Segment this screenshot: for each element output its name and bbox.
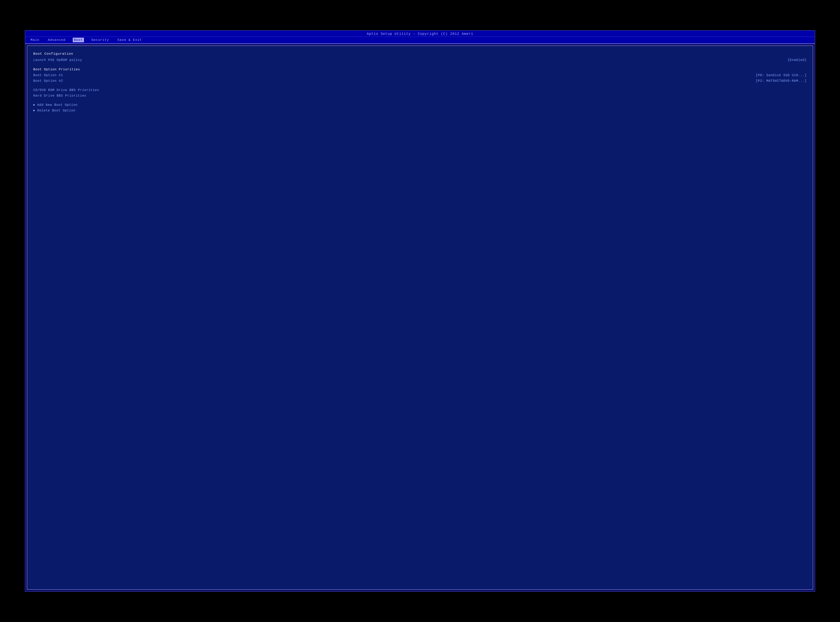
title-bar: Aptio Setup Utility – Copyright (C) 2012… [25,30,815,37]
menu-item-boot[interactable]: Boot [73,38,84,42]
spacer-2 [33,84,807,87]
menu-item-security[interactable]: Security [90,38,110,42]
boot-option-1-value[interactable]: [P0: SanDisk SSD U10...] [756,73,806,77]
boot-option-2-row: Boot Option #2 [P2: MATSHITADVD-RAM...] [33,78,807,84]
screen-wrapper: Aptio Setup Utility – Copyright (C) 2012… [8,12,832,610]
boot-config-header: Boot Configuration [33,52,807,56]
launch-pxe-label: Launch PXE OpROM policy [33,58,82,62]
delete-boot-label[interactable]: Delete Boot Option [37,109,76,113]
launch-pxe-value[interactable]: [Enabled] [788,58,806,62]
boot-priorities-header: Boot Option Priorities [33,68,807,71]
spacer-3 [33,99,807,102]
boot-option-1-label: Boot Option #1 [33,73,63,77]
menu-bar: Main Advanced Boot Security Save & Exit [25,37,815,44]
content-area: Boot Configuration Launch PXE OpROM poli… [27,46,813,590]
add-new-boot-label[interactable]: Add New Boot Option [37,103,78,107]
add-new-arrow: ► [33,103,35,107]
hard-drive-row[interactable]: Hard Drive BBS Priorities [33,93,807,99]
launch-pxe-row: Launch PXE OpROM policy [Enabled] [33,57,807,63]
menu-item-save-exit[interactable]: Save & Exit [116,38,143,42]
boot-option-2-value[interactable]: [P2: MATSHITADVD-RAM...] [756,79,806,83]
add-new-boot-row[interactable]: ► Add New Boot Option [33,102,807,108]
bios-container: Aptio Setup Utility – Copyright (C) 2012… [25,30,815,592]
title-text: Aptio Setup Utility – Copyright (C) 2012… [367,32,473,36]
hard-drive-label[interactable]: Hard Drive BBS Priorities [33,94,86,98]
delete-arrow: ► [33,109,35,113]
spacer-1 [33,63,807,67]
cd-dvd-label[interactable]: CD/DVD ROM Drive BBS Priorities [33,88,99,92]
cd-dvd-row[interactable]: CD/DVD ROM Drive BBS Priorities [33,87,807,93]
boot-option-1-row: Boot Option #1 [P0: SanDisk SSD U10...] [33,73,807,78]
menu-item-main[interactable]: Main [29,38,41,42]
boot-option-2-label: Boot Option #2 [33,79,63,83]
delete-boot-row[interactable]: ► Delete Boot Option [33,108,807,113]
menu-item-advanced[interactable]: Advanced [46,38,67,42]
